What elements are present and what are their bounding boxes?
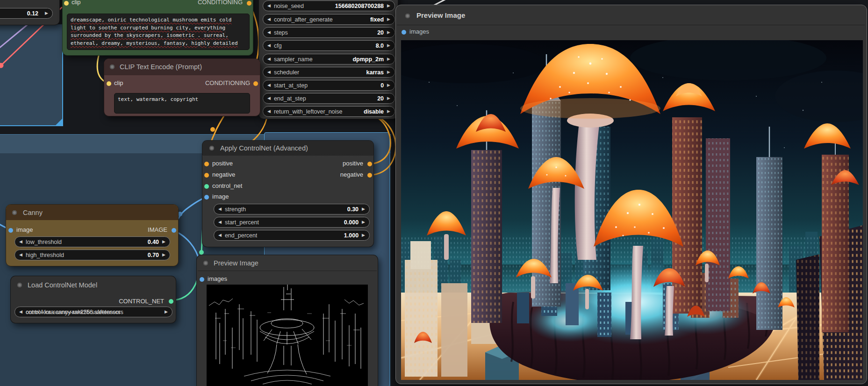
decrement-arrow-icon[interactable]: ◀: [218, 233, 222, 237]
decrement-arrow-icon[interactable]: ◀: [267, 57, 271, 61]
node-title: Load ControlNet Model: [28, 281, 97, 289]
increment-arrow-icon[interactable]: ▶: [45, 11, 48, 15]
decrement-arrow-icon[interactable]: ◀: [267, 70, 271, 74]
widget-return-with-leftover-noise[interactable]: ◀ return_with_leftover_noise disable ▶: [263, 106, 395, 117]
widget-controlnet-file[interactable]: ◀ control-lora-canny-rank256.safetensors…: [14, 307, 172, 317]
decrement-arrow-icon[interactable]: ◀: [19, 240, 22, 244]
positive-input-slot[interactable]: [204, 162, 209, 166]
increment-arrow-icon[interactable]: ▶: [387, 30, 390, 35]
widget-start-percent[interactable]: ◀ start_percent 0.000 ▶: [214, 217, 370, 228]
decrement-arrow-icon[interactable]: ◀: [267, 83, 271, 87]
decrement-arrow-icon[interactable]: ◀: [267, 96, 271, 100]
conditioning-output-slot[interactable]: [253, 81, 258, 86]
node-title: Preview Image: [416, 11, 465, 19]
control-net-input-slot[interactable]: [204, 184, 209, 189]
preview-image-small-node[interactable]: Preview Image images: [196, 255, 378, 386]
clip-input-slot[interactable]: [64, 1, 69, 6]
control-net-output-slot[interactable]: [169, 299, 173, 304]
conditioning-output-slot[interactable]: [247, 1, 251, 6]
widget-strength[interactable]: ◀ strength 0.30 ▶: [214, 204, 370, 214]
increment-arrow-icon[interactable]: ▶: [362, 220, 365, 224]
node-title: Canny: [23, 209, 43, 216]
widget-scheduler[interactable]: ◀ scheduler karras ▶: [263, 67, 395, 78]
widget-control-after-generate[interactable]: ◀ control_after_generate fixed ▶: [263, 14, 395, 25]
decrement-arrow-icon[interactable]: ◀: [218, 207, 222, 211]
apply-controlnet-node[interactable]: Apply ControlNet (Advanced) positive neg…: [202, 140, 374, 247]
widget-noise-seed[interactable]: ◀ noise_seed 156680208700288 ▶: [263, 0, 395, 11]
collapse-dot-icon[interactable]: [110, 64, 115, 69]
negative-input-slot[interactable]: [204, 173, 209, 178]
decrement-arrow-icon[interactable]: ◀: [267, 30, 271, 35]
images-input-slot[interactable]: [402, 30, 406, 35]
preview-image-large-node[interactable]: Preview Image images: [395, 5, 867, 384]
decrement-arrow-icon[interactable]: ◀: [19, 253, 22, 257]
increment-arrow-icon[interactable]: ▶: [387, 83, 390, 87]
increment-arrow-icon[interactable]: ▶: [362, 233, 365, 237]
decrement-arrow-icon[interactable]: ◀: [218, 220, 222, 224]
decrement-arrow-icon[interactable]: ◀: [267, 4, 271, 8]
increment-arrow-icon[interactable]: ▶: [162, 253, 165, 257]
image-output-slot[interactable]: [172, 228, 176, 233]
widget-sampler-name[interactable]: ◀ sampler_name dpmpp_2m ▶: [263, 54, 395, 64]
widget-steps[interactable]: ◀ steps 20 ▶: [263, 27, 395, 38]
node-title: Apply ControlNet (Advanced): [220, 144, 308, 152]
collapse-dot-icon[interactable]: [405, 14, 410, 18]
widget-high-threshold[interactable]: ◀ high_threshold 0.70 ▶: [14, 250, 170, 260]
positive-output-slot[interactable]: [367, 162, 372, 166]
negative-prompt-textbox[interactable]: text, watermark, copyright: [114, 93, 250, 114]
node-title: CLIP Text Encode (Prompt): [120, 63, 202, 71]
clip-text-encode-positive-node[interactable]: clip CONDITIONING dreamscape, oniric tec…: [62, 0, 253, 56]
mushroom-city-preview-image: [401, 40, 863, 380]
node-header[interactable]: Apply ControlNet (Advanced): [202, 141, 373, 156]
widget-end-percent[interactable]: ◀ end_percent 1.000 ▶: [214, 230, 370, 241]
increment-arrow-icon[interactable]: ▶: [387, 109, 390, 114]
collapse-dot-icon[interactable]: [17, 283, 22, 287]
increment-arrow-icon[interactable]: ▶: [387, 96, 390, 100]
decrement-arrow-icon[interactable]: ◀: [267, 109, 271, 114]
images-input-slot[interactable]: [200, 277, 204, 282]
increment-arrow-icon[interactable]: ▶: [362, 207, 365, 211]
widget-start-at-step[interactable]: ◀ start_at_step 0 ▶: [263, 80, 395, 91]
clip-input-label: clip: [72, 0, 81, 6]
conditioning-output-label: CONDITIONING: [205, 79, 250, 86]
collapse-dot-icon[interactable]: [12, 210, 17, 215]
increment-arrow-icon[interactable]: ▶: [387, 4, 390, 8]
ghost-overlap-text: control-lora-canny-rank256.safetensors: [26, 309, 121, 315]
image-input-slot[interactable]: [8, 228, 13, 233]
node-header[interactable]: Canny: [6, 205, 178, 220]
decrement-arrow-icon[interactable]: ◀: [267, 17, 271, 21]
decrement-arrow-icon[interactable]: ◀: [267, 43, 271, 48]
increment-arrow-icon[interactable]: ▶: [387, 70, 390, 74]
collapse-dot-icon[interactable]: [209, 146, 214, 150]
next-option-arrow-icon[interactable]: ▶: [165, 310, 168, 314]
prev-option-arrow-icon[interactable]: ◀: [19, 310, 22, 314]
widget-end-at-step[interactable]: ◀ end_at_step 20 ▶: [263, 93, 395, 104]
link-dot-conditioning: [210, 127, 215, 132]
increment-arrow-icon[interactable]: ▶: [162, 240, 165, 244]
load-controlnet-model-node[interactable]: Load ControlNet Model CONTROL_NET ◀ cont…: [10, 276, 176, 323]
widget-cfg[interactable]: ◀ cfg 8.0 ▶: [263, 40, 395, 51]
clip-input-slot[interactable]: [107, 81, 111, 86]
canny-edge-preview-image: [207, 285, 368, 386]
float-value-node[interactable]: 0.12 ▶: [0, 0, 60, 25]
wire-model: [0, 23, 29, 50]
increment-arrow-icon[interactable]: ▶: [387, 57, 390, 61]
widget-float-value[interactable]: 0.12 ▶: [0, 8, 53, 19]
widget-low-threshold[interactable]: ◀ low_threshold 0.40 ▶: [14, 236, 170, 247]
increment-arrow-icon[interactable]: ▶: [387, 43, 390, 48]
positive-prompt-textbox[interactable]: dreamscape, oniric technological mushroo…: [67, 14, 250, 50]
collapse-dot-icon[interactable]: [203, 261, 208, 265]
comfyui-node-canvas[interactable]: ◀ noise_seed 156680208700288 ▶ ◀ control…: [0, 0, 868, 386]
negative-output-slot[interactable]: [367, 173, 372, 178]
image-input-slot[interactable]: [204, 195, 209, 200]
node-title: Preview Image: [214, 259, 258, 267]
link-dot-control-net: [199, 250, 204, 255]
increment-arrow-icon[interactable]: ▶: [387, 17, 390, 21]
node-header[interactable]: CLIP Text Encode (Prompt): [104, 59, 260, 75]
conditioning-output-label: CONDITIONING: [198, 0, 243, 6]
canny-node[interactable]: Canny image IMAGE ◀ low_threshold 0.40 ▶…: [6, 204, 179, 266]
clip-input-label: clip: [114, 79, 123, 86]
clip-text-encode-negative-node[interactable]: CLIP Text Encode (Prompt) clip CONDITION…: [104, 58, 260, 116]
